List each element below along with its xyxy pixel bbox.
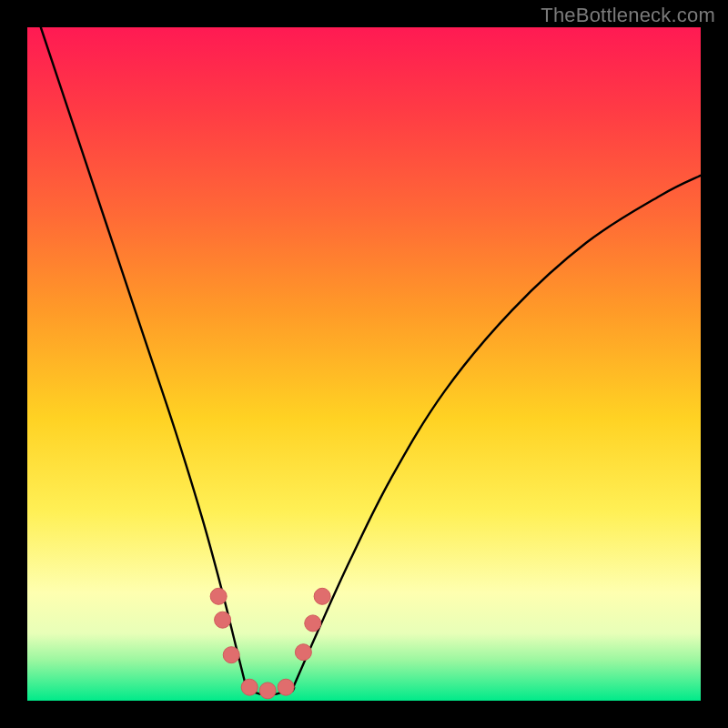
valley-marker	[295, 644, 311, 661]
valley-marker	[215, 612, 231, 628]
valley-marker	[305, 615, 321, 632]
watermark-text: TheBottleneck.com	[541, 4, 715, 27]
valley-marker	[210, 588, 227, 604]
chart-frame: TheBottleneck.com	[0, 0, 728, 728]
valley-marker	[259, 682, 276, 699]
plot-area	[27, 27, 701, 701]
valley-marker	[241, 679, 258, 695]
valley-marker	[223, 647, 239, 663]
curve-layer	[27, 27, 701, 701]
valley-marker	[278, 679, 294, 695]
valley-marker	[314, 588, 330, 604]
bottleneck-curve	[41, 27, 701, 695]
